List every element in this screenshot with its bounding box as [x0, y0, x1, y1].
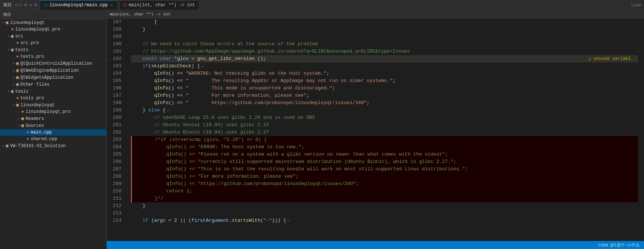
tree-item-linuxdeployqt-sub[interactable]: ▾▣linuxdeployqt: [0, 102, 106, 109]
line-number-190: 190: [110, 40, 122, 48]
folder-icon: ▣: [21, 116, 24, 121]
code-editor[interactable]: } } // We need to catch those errors at …: [125, 18, 644, 241]
expand-icon[interactable]: ▸: [12, 75, 16, 79]
tree-item-sources[interactable]: ▾▣Sources: [0, 122, 106, 129]
expand-icon[interactable]: ▾: [1, 21, 6, 25]
expand-icon[interactable]: ▸: [12, 68, 16, 72]
collapse-icon[interactable]: ⊡: [34, 2, 37, 8]
tree-item-qtwidgets[interactable]: ▸▣QtWidgetsApplication: [0, 74, 106, 81]
tree-label: shared.cpp: [31, 136, 57, 142]
line-number-201: 201: [110, 121, 122, 129]
expand-icon[interactable]: ▾: [7, 48, 11, 52]
code-line-206: qInfo() << "currently still-supported ma…: [131, 158, 638, 166]
tree-item-linuxdeployqt[interactable]: ▾▣linuxdeployqt: [0, 19, 106, 26]
tree-item-shared-cpp[interactable]: ●shared.cpp: [0, 136, 106, 142]
code-line-214: if (argc < 2 || (firstArgument.startsWit…: [131, 217, 638, 224]
tree-label: Sources: [25, 123, 44, 128]
tree-label: linuxdeployqt.pro: [25, 109, 70, 114]
pro-icon: ●: [21, 109, 24, 114]
folder-icon: ▣: [6, 20, 8, 25]
tree-label: linuxdeployqt: [20, 103, 55, 108]
code-line-209: qInfo() << "https://github.com/probonopd…: [131, 180, 638, 188]
tree-item-vw-solution[interactable]: ▸▣VW-T30101-V2_Solution: [0, 142, 106, 149]
file-tree: ▾▣linuxdeployqt●linuxdeployqt.pro▾▣src●s…: [0, 19, 106, 149]
tree-label: linuxdeployqt: [10, 20, 45, 25]
tree-label: tests.pro: [20, 54, 44, 59]
folder-icon: ▣: [6, 143, 8, 149]
expand-icon[interactable]: ▾: [17, 124, 21, 128]
tree-item-headers[interactable]: ▸▣Headers: [0, 115, 106, 122]
tab-close-button[interactable]: ✕: [110, 3, 114, 8]
project-label: 项目: [3, 2, 12, 8]
tree-label: tools: [15, 89, 28, 94]
folder-icon: ▣: [16, 68, 19, 73]
tree-item-main-cpp[interactable]: ●main.cpp: [0, 129, 106, 136]
tree-item-qtquick[interactable]: ▸▣QtQuickControls2Application: [0, 60, 106, 67]
tree-item-tests[interactable]: ▾▣tests: [0, 46, 106, 53]
tree-item-src[interactable]: ▾▣src: [0, 33, 106, 40]
line-number-207: 207: [110, 166, 122, 173]
expand-icon[interactable]: ▸: [1, 144, 6, 148]
code-line-211: }*/: [131, 195, 638, 202]
line-numbers: 187188189190191△192193194195196197198199…: [107, 18, 125, 241]
code-line-188: }: [131, 26, 638, 33]
expand-icon[interactable]: ▾: [12, 103, 16, 107]
code-line-197: qInfo() << " For more information, pleas…: [131, 92, 638, 99]
code-container[interactable]: 187188189190191△192193194195196197198199…: [107, 18, 644, 241]
line-number-208: 208: [110, 173, 122, 180]
breadcrumb-text: main(int, char **) -> int: [110, 12, 170, 17]
fold-icon[interactable]: ⋯: [167, 109, 169, 113]
folder-icon: ▣: [16, 102, 19, 108]
nav-back-icon[interactable]: ◁: [15, 2, 17, 8]
tree-label: QtQuickControls2Application: [20, 61, 92, 66]
tree-label: main.cpp: [31, 130, 52, 135]
expand-icon[interactable]: ▾: [7, 34, 11, 38]
code-line-202: // Ubuntu Bionic (18.04) uses glibc 2.27: [131, 129, 638, 136]
tab-main-cpp[interactable]: ⬡ linuxdeployqt/main.cpp ✕: [40, 0, 117, 10]
tree-label: Other files: [20, 82, 49, 87]
tree-item-src-pro[interactable]: ●src.pro: [0, 40, 106, 46]
tree-item-linuxdeployqt-pro[interactable]: ●linuxdeployqt.pro: [0, 26, 106, 33]
code-line-199: } else {⋯: [131, 107, 638, 114]
tree-item-tests-pro[interactable]: ●tests.pro: [0, 53, 106, 60]
cpp-icon: ●: [27, 136, 29, 142]
tree-label: QtWebEngineApplication: [20, 68, 78, 73]
tab-function[interactable]: ⬡ main(int, char **) -> int: [119, 0, 199, 10]
status-bar: CSDN @只是个~小不点: [107, 241, 644, 249]
expand-icon[interactable]: ▸: [17, 117, 21, 121]
code-line-193: if(skipGlibcCheck) {⋯: [131, 63, 638, 70]
code-line-196: qInfo() << " This mode is unsupported an…: [131, 85, 638, 92]
tree-label: QtWidgetsApplication: [20, 75, 73, 80]
code-line-198: qInfo() << " https://github.com/probonop…: [131, 99, 638, 107]
fold-icon[interactable]: ⋯: [201, 65, 203, 68]
line-number-212: 212: [110, 202, 122, 210]
cpp-tab-icon: ⬡: [44, 3, 47, 7]
tree-item-linuxdeployqt-pro2[interactable]: ●linuxdeployqt.pro: [0, 109, 106, 115]
line-number-194: 194: [110, 70, 122, 77]
sidebar-title: 项目: [3, 12, 11, 17]
code-line-195: qInfo() << " The resulting AppDir or App…: [131, 77, 638, 85]
line-number-189: 189: [110, 33, 122, 40]
sync-icon[interactable]: ↻: [29, 2, 32, 8]
expand-icon[interactable]: ▸: [12, 61, 16, 65]
code-line-190: // We need to catch those errors at the …: [131, 40, 638, 48]
tree-label: linuxdeployqt.pro: [15, 27, 60, 32]
code-line-187: }: [131, 18, 638, 26]
filter-icon[interactable]: ⊟: [24, 2, 27, 8]
folder-icon: ▣: [11, 33, 14, 39]
tree-item-qtwebengine[interactable]: ▸▣QtWebEngineApplication: [0, 67, 106, 74]
tree-item-otherfiles[interactable]: ▸▣Other files: [0, 81, 106, 88]
expand-icon[interactable]: ▾: [7, 89, 11, 93]
expand-icon[interactable]: ▸: [12, 82, 16, 86]
main-layout: 项目 ▾▣linuxdeployqt●linuxdeployqt.pro▾▣sr…: [0, 10, 644, 249]
nav-forward-icon[interactable]: ▷: [20, 2, 22, 8]
tree-label: tests: [15, 47, 28, 53]
tree-item-tools[interactable]: ▾▣tools: [0, 88, 106, 95]
line-number-195: 195: [110, 77, 122, 85]
line-number-198: 198: [110, 99, 122, 107]
top-bar: 项目 ◁ ▷ ⊟ ↻ ⊡ ⬡ linuxdeployqt/main.cpp ✕ …: [0, 0, 644, 10]
tree-label: Headers: [25, 116, 44, 121]
fold-icon[interactable]: ⋯: [288, 219, 289, 223]
tree-item-tools-pro[interactable]: ●tools pro: [0, 95, 106, 102]
warning-text: △ unused variabl: [588, 55, 631, 63]
